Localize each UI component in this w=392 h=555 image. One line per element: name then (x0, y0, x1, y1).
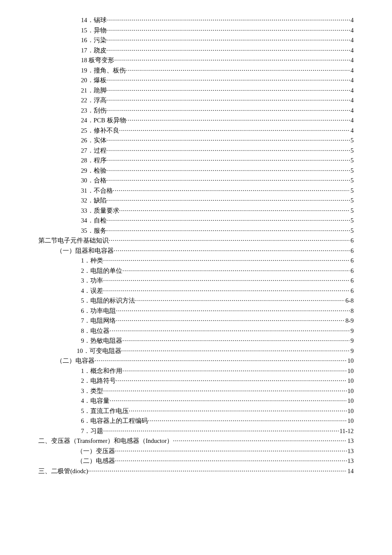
toc-leader-dots (107, 27, 350, 34)
toc-page-number: 5 (350, 177, 354, 184)
toc-label: 16．污染 (81, 37, 107, 43)
toc-page-number: 4 (350, 17, 354, 23)
toc-entry: 7．电阻网络 8-9 (38, 318, 354, 324)
toc-leader-dots (107, 147, 350, 154)
toc-leader-dots (113, 188, 350, 194)
toc-page-number: 4 (350, 57, 354, 64)
toc-page-number: 4 (350, 127, 354, 134)
toc-page-number: 13 (347, 448, 354, 454)
toc-page-number: 10 (347, 368, 354, 374)
toc-leader-dots (107, 87, 350, 94)
toc-leader-dots (148, 418, 346, 424)
toc-label: 3．功率 (81, 278, 103, 284)
toc-entry: 5．电阻的标识方法 6-8 (38, 298, 354, 304)
toc-entry: 25．修补不良 4 (38, 127, 354, 134)
toc-entry: 1．概念和作用 10 (38, 368, 354, 374)
toc-label: 二、变压器（Transformer）和电感器（Inductor） (38, 438, 173, 444)
toc-label: 23．刮伤 (81, 107, 107, 114)
toc-page-number: 14 (347, 468, 354, 474)
toc-page-number: 4 (350, 47, 354, 54)
toc-leader-dots (119, 127, 350, 134)
toc-entry: 15．异物4 (38, 27, 354, 34)
toc-leader-dots (135, 298, 344, 304)
toc-label: 31．不合格 (81, 188, 113, 194)
toc-entry: 28．程序 5 (38, 157, 354, 164)
toc-page-number: 4 (350, 67, 354, 74)
toc-entry: （一）阻器和电容器6 (38, 248, 354, 254)
toc-label: 28．程序 (81, 157, 107, 164)
toc-label: 2．电路符号 (81, 378, 116, 384)
toc-entry: 第二节电子元件基础知识 6 (38, 237, 354, 244)
toc-leader-dots (110, 398, 346, 404)
toc-entry: 29．检验 5 (38, 168, 354, 174)
toc-page-number: 6 (350, 288, 354, 294)
toc-leader-dots (173, 438, 346, 444)
toc-page-number: 4 (350, 37, 354, 43)
toc-entry: 31．不合格5 (38, 188, 354, 194)
toc-entry: （二）电感器13 (38, 458, 354, 464)
toc-entry: 17．跷皮 4 (38, 47, 354, 54)
toc-page-number: 10 (347, 358, 354, 364)
toc-label: 3．类型 (81, 388, 103, 394)
toc-leader-dots (107, 177, 350, 184)
toc-page-number: 9 (350, 348, 354, 354)
toc-label: 8．电位器 (81, 328, 110, 334)
toc-leader-dots (114, 248, 350, 254)
toc-label: 20．爆板 (81, 77, 107, 84)
table-of-contents: 14．锡球415．异物416．污染417．跷皮 418 板弯变形419．撞角、板… (38, 17, 354, 474)
toc-entry: 6．功率电阻 8 (38, 308, 354, 314)
toc-entry: 3．功率6 (38, 278, 354, 284)
toc-label: 14．锡球 (81, 17, 107, 23)
toc-label: 9．热敏电阻器 (81, 338, 122, 344)
toc-label: 5．电阻的标识方法 (81, 298, 135, 304)
toc-label: 三、二极管(diodc) (38, 468, 88, 474)
toc-label: 1．概念和作用 (81, 368, 122, 374)
toc-page-number: 5 (350, 137, 354, 144)
toc-page-number: 11-12 (339, 428, 354, 434)
toc-label: （二）电容器 (56, 358, 95, 364)
toc-entry: 14．锡球4 (38, 17, 354, 23)
toc-page-number: 5 (350, 157, 354, 164)
toc-label: 27．过程 (81, 147, 107, 154)
toc-entry: 20．爆板4 (38, 77, 354, 84)
toc-page-number: 10 (347, 378, 354, 384)
toc-label: （二）电感器 (77, 458, 115, 464)
toc-leader-dots (109, 237, 350, 244)
toc-entry: 二、变压器（Transformer）和电感器（Inductor） 13 (38, 438, 354, 444)
toc-leader-dots (107, 197, 350, 204)
toc-entry: 27．过程 5 (38, 147, 354, 154)
toc-leader-dots (116, 308, 350, 314)
toc-leader-dots (103, 288, 350, 294)
toc-label: 5．直流工作电压 (81, 408, 129, 414)
toc-page-number: 5 (350, 228, 354, 234)
toc-page-number: 10 (347, 408, 354, 414)
toc-label: 18 板弯变形 (81, 57, 114, 64)
toc-leader-dots (107, 137, 350, 144)
toc-page-number: 8-9 (345, 318, 354, 324)
toc-entry: 19．撞角、板伤4 (38, 67, 354, 74)
toc-leader-dots (115, 458, 347, 464)
toc-label: 22．浮高 (81, 97, 107, 104)
toc-leader-dots (103, 428, 338, 434)
toc-label: 7．电阻网络 (81, 318, 116, 324)
toc-leader-dots (107, 47, 350, 54)
toc-leader-dots (122, 368, 346, 374)
toc-page-number: 8 (350, 308, 354, 314)
toc-entry: 2．电阻的单位 6 (38, 268, 354, 274)
toc-label: 25．修补不良 (81, 127, 119, 134)
toc-page-number: 5 (350, 208, 354, 214)
toc-label: 第二节电子元件基础知识 (38, 237, 109, 244)
toc-entry: 4．误差6 (38, 288, 354, 294)
toc-entry: 10．可变电阻器9 (38, 348, 354, 354)
toc-page-number: 10 (347, 388, 354, 394)
toc-label: 7．习题 (81, 428, 103, 434)
toc-entry: 24．PCB 板异物 4 (38, 117, 354, 124)
toc-page-number: 9 (350, 328, 354, 334)
toc-page-number: 10 (347, 418, 354, 424)
toc-label: 24．PCB 板异物 (81, 117, 126, 124)
toc-leader-dots (122, 268, 350, 274)
toc-leader-dots (129, 408, 346, 414)
toc-leader-dots (115, 448, 347, 454)
toc-label: 33．质量要求 (81, 208, 119, 214)
toc-label: 15．异物 (81, 27, 107, 34)
